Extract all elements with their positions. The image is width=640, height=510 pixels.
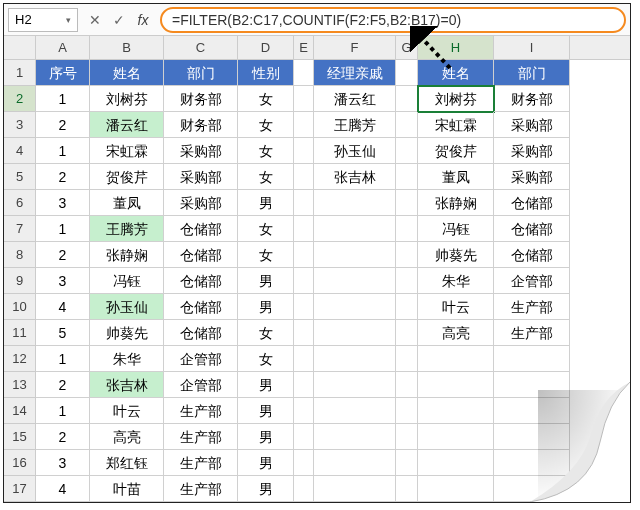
cell[interactable]	[294, 346, 314, 372]
cell[interactable]: 生产部	[494, 294, 570, 320]
cell[interactable]	[396, 138, 418, 164]
cell[interactable]: 采购部	[494, 112, 570, 138]
cell[interactable]	[418, 476, 494, 502]
cell[interactable]: 1	[36, 346, 90, 372]
cell[interactable]: 姓名	[418, 60, 494, 86]
cell[interactable]: 贺俊芹	[418, 138, 494, 164]
cell[interactable]	[418, 372, 494, 398]
cell[interactable]	[294, 216, 314, 242]
select-all-corner[interactable]	[4, 36, 36, 59]
cell[interactable]	[418, 424, 494, 450]
cell[interactable]: 男	[238, 424, 294, 450]
row-header[interactable]: 4	[4, 138, 36, 164]
cell[interactable]	[396, 424, 418, 450]
cell[interactable]: 部门	[494, 60, 570, 86]
cell[interactable]	[294, 242, 314, 268]
cell[interactable]: 宋虹霖	[418, 112, 494, 138]
name-box[interactable]: H2 ▾	[8, 8, 78, 32]
cell[interactable]	[396, 216, 418, 242]
cell[interactable]: 孙玉仙	[90, 294, 164, 320]
cell[interactable]: 1	[36, 138, 90, 164]
cell[interactable]	[314, 450, 396, 476]
cell[interactable]	[396, 190, 418, 216]
cell[interactable]: 贺俊芹	[90, 164, 164, 190]
cell[interactable]	[314, 242, 396, 268]
cell[interactable]	[314, 294, 396, 320]
cell[interactable]: 生产部	[164, 450, 238, 476]
cell[interactable]	[294, 112, 314, 138]
cell[interactable]	[396, 372, 418, 398]
cell[interactable]: 生产部	[494, 320, 570, 346]
cell[interactable]	[314, 398, 396, 424]
cell[interactable]	[314, 268, 396, 294]
cell[interactable]	[314, 372, 396, 398]
cell[interactable]: 女	[238, 242, 294, 268]
cell[interactable]: 张吉林	[314, 164, 396, 190]
cell[interactable]: 帅葵先	[90, 320, 164, 346]
cell[interactable]: 女	[238, 320, 294, 346]
cell[interactable]	[294, 372, 314, 398]
cell[interactable]: 3	[36, 450, 90, 476]
cell[interactable]	[396, 60, 418, 86]
cell[interactable]: 张吉林	[90, 372, 164, 398]
col-header-E[interactable]: E	[294, 36, 314, 59]
cell[interactable]: 男	[238, 268, 294, 294]
row-header[interactable]: 14	[4, 398, 36, 424]
cell[interactable]: 叶苗	[90, 476, 164, 502]
cell[interactable]: 男	[238, 372, 294, 398]
cell[interactable]	[294, 190, 314, 216]
cell[interactable]: 女	[238, 216, 294, 242]
row-header[interactable]: 5	[4, 164, 36, 190]
col-header-B[interactable]: B	[90, 36, 164, 59]
formula-input[interactable]: =FILTER(B2:C17,COUNTIF(F2:F5,B2:B17)=0)	[160, 7, 626, 33]
cell[interactable]: 叶云	[90, 398, 164, 424]
cancel-icon[interactable]: ✕	[88, 12, 102, 28]
confirm-icon[interactable]: ✓	[112, 12, 126, 28]
cell[interactable]: 男	[238, 190, 294, 216]
cell[interactable]: 仓储部	[164, 216, 238, 242]
row-header[interactable]: 9	[4, 268, 36, 294]
cell[interactable]	[314, 320, 396, 346]
cell[interactable]	[396, 242, 418, 268]
cell[interactable]: 采购部	[164, 138, 238, 164]
row-header[interactable]: 13	[4, 372, 36, 398]
cell[interactable]: 姓名	[90, 60, 164, 86]
cell[interactable]: 女	[238, 138, 294, 164]
cell[interactable]: 刘树芬	[418, 86, 494, 112]
cell[interactable]: 孙玉仙	[314, 138, 396, 164]
cell[interactable]	[294, 86, 314, 112]
cell[interactable]: 高亮	[418, 320, 494, 346]
col-header-C[interactable]: C	[164, 36, 238, 59]
cell[interactable]	[294, 450, 314, 476]
cell[interactable]: 男	[238, 476, 294, 502]
cell[interactable]: 仓储部	[164, 294, 238, 320]
cell[interactable]: 性别	[238, 60, 294, 86]
cell[interactable]: 财务部	[494, 86, 570, 112]
cell[interactable]: 仓储部	[164, 242, 238, 268]
row-header[interactable]: 16	[4, 450, 36, 476]
row-header[interactable]: 12	[4, 346, 36, 372]
cell[interactable]: 5	[36, 320, 90, 346]
cell[interactable]: 企管部	[164, 346, 238, 372]
row-header[interactable]: 7	[4, 216, 36, 242]
cell[interactable]: 2	[36, 372, 90, 398]
cell[interactable]	[418, 398, 494, 424]
cell[interactable]: 朱华	[90, 346, 164, 372]
cell[interactable]	[294, 398, 314, 424]
row-header[interactable]: 6	[4, 190, 36, 216]
cell[interactable]: 张静娴	[418, 190, 494, 216]
cell[interactable]	[294, 138, 314, 164]
cell[interactable]: 宋虹霖	[90, 138, 164, 164]
cell[interactable]: 女	[238, 86, 294, 112]
cell[interactable]: 潘云红	[314, 86, 396, 112]
cell[interactable]: 张静娴	[90, 242, 164, 268]
cell[interactable]	[294, 320, 314, 346]
cell[interactable]: 采购部	[164, 190, 238, 216]
cell[interactable]: 仓储部	[164, 320, 238, 346]
cell[interactable]: 1	[36, 398, 90, 424]
cell[interactable]	[396, 450, 418, 476]
cell[interactable]: 女	[238, 112, 294, 138]
cell[interactable]: 郑红钰	[90, 450, 164, 476]
cell[interactable]: 2	[36, 424, 90, 450]
row-header[interactable]: 1	[4, 60, 36, 86]
